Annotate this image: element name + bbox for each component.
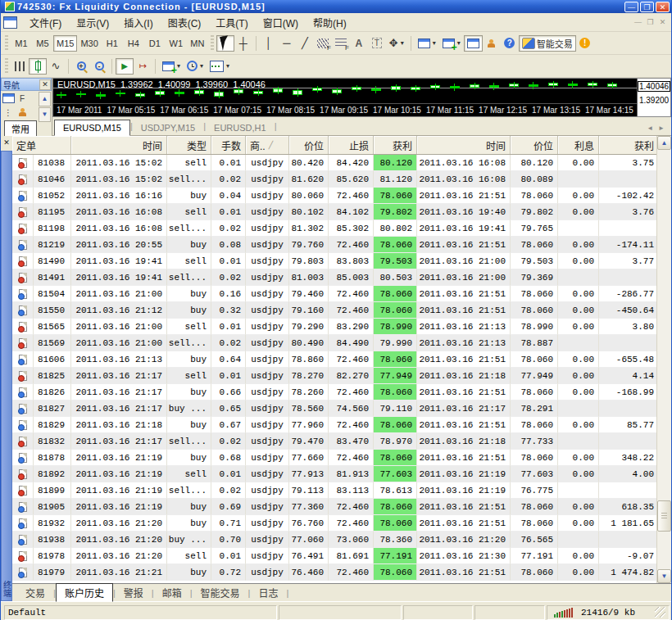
terminal-tab-4[interactable]: 智能交易: [193, 584, 248, 601]
menu-item-H[interactable]: 帮助(H): [306, 14, 354, 31]
terminal-tab-1[interactable]: 账户历史: [56, 583, 113, 602]
auto-scroll-button[interactable]: ▶: [116, 58, 134, 75]
alert-button[interactable]: !: [576, 35, 594, 52]
profile-status[interactable]: Default: [4, 605, 277, 620]
menu-item-V[interactable]: 显示(V): [69, 14, 116, 31]
table-row[interactable]: 811952011.03.16 16:08sell0.01usdjpy80.10…: [12, 204, 656, 220]
data-window-button[interactable]: [464, 35, 483, 52]
text-label-tool-button[interactable]: T: [368, 35, 386, 52]
scrollbar-thumb[interactable]: [657, 500, 671, 532]
table-row[interactable]: 816062011.03.16 21:13buy0.64usdjpy78.860…: [12, 351, 656, 368]
table-row[interactable]: 818292011.03.16 21:18buy0.67usdjpy77.960…: [12, 417, 656, 433]
table-row[interactable]: 819322011.03.16 21:20buy0.71usdjpy76.760…: [12, 515, 656, 532]
column-header-6[interactable]: 止损: [329, 136, 374, 154]
timeframe-button-D1[interactable]: D1: [144, 35, 166, 52]
timeframe-button-MN[interactable]: MN: [187, 35, 208, 52]
table-row[interactable]: 818262011.03.16 21:17buy0.66usdjpy78.260…: [12, 384, 656, 401]
chart-tab-EURUSDH1[interactable]: EURUSD,H1: [206, 120, 275, 135]
price-chart[interactable]: EURUSD,M151.399621.400991.399601.40046 1…: [52, 78, 671, 117]
table-scrollbar[interactable]: ▲ ▼: [656, 136, 671, 583]
column-header-4[interactable]: 商..╱: [246, 136, 289, 154]
navigator-scroll-down[interactable]: ▼: [39, 107, 51, 122]
table-row[interactable]: 818322011.03.16 21:17sell...0.02usdjpy79…: [12, 433, 656, 450]
table-row[interactable]: 811982011.03.16 16:08sell...0.02usdjpy81…: [12, 220, 656, 237]
table-row[interactable]: 815502011.03.16 21:12buy0.32usdjpy79.160…: [12, 302, 656, 319]
zoom-in-button[interactable]: +: [72, 58, 90, 75]
table-row[interactable]: 810522011.03.16 16:16buy0.04usdjpy80.060…: [12, 188, 656, 204]
accounts-button[interactable]: [483, 35, 501, 52]
menu-item-T[interactable]: 工具(T): [208, 14, 255, 31]
menu-item-W[interactable]: 窗口(W): [256, 14, 306, 31]
terminal-side-grip[interactable]: 终端: [1, 151, 12, 601]
navigator-close-icon[interactable]: ✕: [39, 79, 51, 90]
column-header-1[interactable]: 时间: [71, 136, 167, 154]
timeframe-button-H1[interactable]: H1: [102, 35, 123, 52]
scroll-up-button[interactable]: ▲: [657, 136, 671, 150]
column-header-3[interactable]: 手数: [211, 136, 246, 154]
maximize-button[interactable]: ❐: [640, 2, 654, 12]
arrow-tools-dropdown[interactable]: ✥▾: [386, 35, 407, 52]
table-row[interactable]: 812192011.03.16 20:55buy0.08usdjpy79.760…: [12, 237, 656, 253]
table-row[interactable]: 815692011.03.16 21:00sell...0.02usdjpy80…: [12, 335, 656, 351]
terminal-tab-0[interactable]: 交易: [17, 584, 53, 601]
child-restore-button[interactable]: ❐: [644, 17, 656, 28]
scrollbar-track[interactable]: [657, 150, 671, 569]
terminal-tab-2[interactable]: 警报: [116, 584, 152, 601]
chart-tab-USDJPYM15[interactable]: USDJPY,M15: [133, 120, 203, 135]
indicators-dropdown[interactable]: ▾: [207, 58, 233, 75]
table-row[interactable]: 818922011.03.16 21:19sell0.01usdjpy77.91…: [12, 466, 656, 482]
trendline-tool-button[interactable]: ╱: [296, 35, 314, 52]
table-row[interactable]: 818782011.03.16 21:19buy0.68usdjpy77.660…: [12, 450, 656, 466]
cursor-tool-button[interactable]: [216, 35, 234, 52]
timeframe-button-M30[interactable]: M30: [77, 35, 101, 52]
table-row[interactable]: 810462011.03.16 15:02sell...0.02usdjpy81…: [12, 171, 656, 188]
table-row[interactable]: 814912011.03.16 19:41sell...0.02usdjpy81…: [12, 269, 656, 286]
expert-advisors-button[interactable]: 智能交易: [519, 35, 576, 52]
column-header-0[interactable]: 定单: [12, 136, 71, 154]
navigator-accounts-icon[interactable]: [2, 92, 15, 105]
table-row[interactable]: 810382011.03.16 15:02sell0.01usdjpy80.42…: [12, 155, 656, 171]
timeframe-button-M15[interactable]: M15: [53, 35, 77, 52]
column-header-5[interactable]: 价位: [289, 136, 329, 154]
toolbar-grip[interactable]: [211, 35, 214, 52]
column-header-10[interactable]: 利息: [558, 136, 599, 154]
terminal-close-icon[interactable]: ✕: [1, 136, 12, 151]
vertical-line-tool-button[interactable]: │: [260, 35, 278, 52]
resize-grip[interactable]: [655, 607, 665, 618]
table-row[interactable]: 815042011.03.16 21:00buy0.16usdjpy79.460…: [12, 286, 656, 302]
child-close-button[interactable]: ✕: [656, 17, 669, 28]
table-row[interactable]: 819792011.03.16 21:21buy0.72usdjpy76.460…: [12, 564, 656, 581]
terminal-tab-3[interactable]: 邮箱: [154, 584, 190, 601]
minimize-button[interactable]: —: [624, 2, 638, 12]
table-row[interactable]: 814902011.03.16 19:41sell0.01usdjpy79.80…: [12, 253, 656, 269]
close-button[interactable]: ✕: [656, 2, 670, 12]
menu-item-I[interactable]: 插入(I): [116, 14, 160, 31]
timeframe-button-W1[interactable]: W1: [166, 35, 187, 52]
toolbar-grip[interactable]: [5, 35, 8, 52]
column-header-7[interactable]: 获利: [374, 136, 417, 154]
column-header-11[interactable]: 获利: [599, 136, 656, 154]
equidistant-channel-button[interactable]: F: [314, 35, 332, 52]
new-chart-dropdown[interactable]: +▾: [439, 35, 464, 52]
terminal-tab-5[interactable]: 日志: [250, 584, 286, 601]
periods-dropdown[interactable]: ▾: [184, 58, 207, 75]
horizontal-line-tool-button[interactable]: ─: [278, 35, 296, 52]
table-row[interactable]: 819382011.03.16 21:20buy ...0.70usdjpy77…: [12, 532, 656, 548]
scroll-down-button[interactable]: ▼: [657, 569, 671, 583]
table-row[interactable]: 819782011.03.16 21:20sell0.01usdjpy76.49…: [12, 548, 656, 564]
help-button[interactable]: ?: [501, 35, 519, 52]
table-row[interactable]: 815652011.03.16 21:00sell0.01usdjpy79.29…: [12, 319, 656, 335]
tab-scroll-left-icon[interactable]: ◄: [647, 124, 653, 132]
navigator-scroll-up[interactable]: ▲: [39, 92, 51, 106]
timeframe-button-M5[interactable]: M5: [32, 35, 53, 52]
line-chart-button[interactable]: ∿: [47, 58, 65, 75]
candlestick-chart-button[interactable]: [29, 58, 47, 75]
text-tool-button[interactable]: A: [350, 35, 368, 52]
table-row[interactable]: 818272011.03.16 21:17buy ...0.65usdjpy78…: [12, 401, 656, 417]
chart-shift-button[interactable]: ↦: [134, 58, 152, 75]
navigator-person-icon[interactable]: [16, 106, 29, 119]
child-minimize-button[interactable]: —: [632, 17, 644, 28]
table-row[interactable]: 819052011.03.16 21:19buy0.69usdjpy77.360…: [12, 499, 656, 515]
chart-tab-EURUSDM15[interactable]: EURUSD,M15: [54, 120, 130, 136]
timeframe-button-H4[interactable]: H4: [123, 35, 144, 52]
